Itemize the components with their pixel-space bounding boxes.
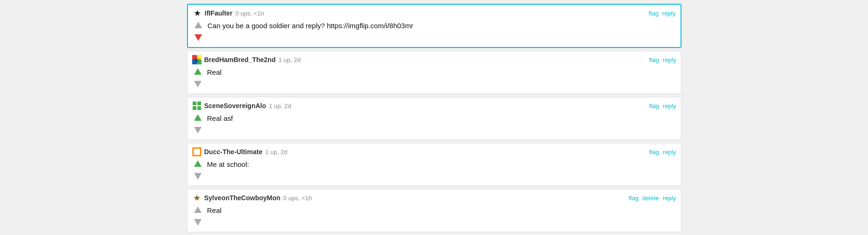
svg-marker-16: [194, 160, 202, 167]
comment-meta: 0 ups, <1h: [235, 10, 264, 17]
comment-username: Ducc-The-Ultimate: [204, 148, 263, 156]
vote-buttons: [192, 205, 203, 228]
svg-marker-1: [195, 34, 202, 41]
comment-header-left: Ducc-The-Ultimate 1 up, 2d: [192, 147, 288, 157]
comment-username: SylveonTheCowboyMon: [204, 194, 281, 202]
avatar: [192, 55, 202, 64]
upvote-button[interactable]: [193, 67, 203, 78]
comments-list: ★ IfIFaulter 0 ups, <1h flag reply Can y…: [187, 4, 681, 232]
svg-marker-19: [194, 219, 202, 226]
avatar: ★: [193, 8, 202, 18]
comment-actions: flag reply: [649, 149, 676, 156]
comment-actions: flag delete reply: [629, 195, 676, 202]
comment-text: Real asf: [207, 113, 676, 122]
svg-marker-8: [194, 81, 202, 87]
comment-item: ★ SylveonTheCowboyMon 0 ups, <1h flag de…: [187, 189, 681, 232]
comment-actions: flag reply: [649, 10, 675, 17]
comment-item: SceneSovereignAlo 1 up, 2d flag reply Re…: [187, 97, 681, 140]
svg-marker-0: [195, 22, 202, 28]
comment-item: Ducc-The-Ultimate 1 up, 2d flag reply Me…: [187, 143, 681, 186]
svg-marker-7: [194, 68, 202, 75]
comment-text: Real: [207, 67, 676, 76]
comment-meta: 1 up, 2d: [278, 56, 300, 63]
avatar: [192, 147, 202, 157]
comment-header-left: BredHamBred_The2nd 1 up, 2d: [192, 55, 301, 64]
svg-rect-15: [193, 148, 201, 156]
avatar: ★: [192, 193, 202, 203]
comment-body: Real: [192, 67, 676, 90]
vote-buttons: [192, 67, 203, 90]
comment-action-flag[interactable]: flag: [649, 149, 659, 156]
comment-header-left: ★ IfIFaulter 0 ups, <1h: [193, 8, 264, 18]
comment-action-reply[interactable]: reply: [663, 149, 676, 156]
comment-action-reply[interactable]: reply: [663, 195, 676, 202]
comment-header-left: ★ SylveonTheCowboyMon 0 ups, <1h: [192, 193, 312, 203]
vote-buttons: [192, 159, 203, 182]
comment-header: ★ IfIFaulter 0 ups, <1h flag reply: [193, 8, 676, 18]
comment-body: Can you be a good soldier and reply? htt…: [193, 21, 676, 43]
comment-actions: flag reply: [649, 56, 676, 63]
comment-action-flag[interactable]: flag: [649, 56, 659, 63]
comment-body: Real asf: [192, 113, 676, 136]
comment-action-delete[interactable]: delete: [642, 195, 659, 202]
upvote-button[interactable]: [193, 113, 203, 124]
comment-action-reply[interactable]: reply: [662, 10, 675, 17]
comment-header: BredHamBred_The2nd 1 up, 2d flag reply: [192, 55, 676, 64]
comment-action-flag[interactable]: flag: [629, 195, 639, 202]
vote-buttons: [193, 21, 204, 43]
comment-item: ★ IfIFaulter 0 ups, <1h flag reply Can y…: [187, 4, 681, 48]
downvote-button[interactable]: [193, 79, 203, 90]
comment-meta: 0 ups, <1h: [283, 195, 312, 202]
vote-buttons: [192, 113, 203, 136]
downvote-button[interactable]: [194, 32, 203, 43]
comment-action-flag[interactable]: flag: [649, 10, 658, 17]
comment-username: IfIFaulter: [205, 9, 233, 17]
comment-header: ★ SylveonTheCowboyMon 0 ups, <1h flag de…: [192, 193, 676, 203]
comment-header: SceneSovereignAlo 1 up, 2d flag reply: [192, 101, 676, 110]
svg-rect-11: [193, 106, 196, 110]
comment-text: Me at school:: [207, 159, 676, 168]
comment-actions: flag reply: [649, 102, 676, 110]
comment-action-flag[interactable]: flag: [649, 102, 659, 110]
svg-marker-13: [194, 114, 202, 121]
comment-meta: 1 up, 2d: [269, 102, 291, 110]
comment-body: Real: [192, 205, 676, 228]
downvote-button[interactable]: [193, 171, 203, 182]
downvote-button[interactable]: [193, 125, 203, 136]
upvote-button[interactable]: [193, 159, 203, 170]
comment-action-reply[interactable]: reply: [663, 102, 676, 110]
comment-body: Me at school:: [192, 159, 676, 182]
svg-marker-18: [194, 206, 202, 213]
avatar: [192, 101, 202, 110]
upvote-button[interactable]: [193, 205, 203, 216]
comment-username: SceneSovereignAlo: [204, 102, 267, 110]
comment-header-left: SceneSovereignAlo 1 up, 2d: [192, 101, 292, 110]
svg-rect-10: [197, 102, 201, 105]
svg-rect-12: [197, 106, 201, 110]
comments-container: ★ IfIFaulter 0 ups, <1h flag reply Can y…: [187, 0, 681, 235]
comment-action-reply[interactable]: reply: [663, 56, 676, 63]
upvote-button[interactable]: [194, 21, 203, 31]
comment-item: BredHamBred_The2nd 1 up, 2d flag reply R…: [187, 51, 681, 94]
comment-text: Real: [207, 205, 676, 214]
comment-username: BredHamBred_The2nd: [204, 56, 276, 63]
svg-marker-14: [194, 127, 202, 133]
comment-header: Ducc-The-Ultimate 1 up, 2d flag reply: [192, 147, 676, 157]
comment-meta: 1 up, 2d: [265, 149, 287, 156]
svg-marker-17: [194, 173, 202, 180]
comment-text: Can you be a good soldier and reply? htt…: [208, 21, 676, 30]
downvote-button[interactable]: [193, 217, 203, 228]
svg-rect-9: [193, 102, 196, 105]
